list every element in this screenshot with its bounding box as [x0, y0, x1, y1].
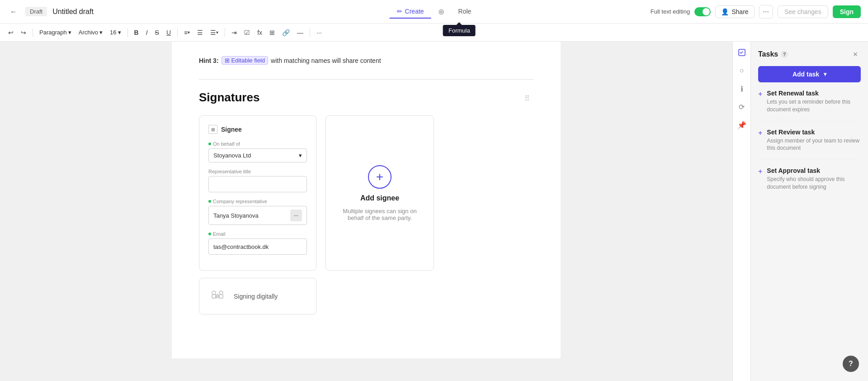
company-rep-dot	[208, 200, 211, 203]
signee-card-title: ⊞ Signee	[208, 125, 307, 134]
pencil-icon: ✏	[397, 8, 402, 15]
tab-create-label: Create	[405, 8, 424, 15]
tasks-info-icon[interactable]: ?	[781, 51, 788, 58]
task-review-content: Set Review task Assign member of your te…	[767, 129, 861, 152]
tab-role[interactable]: Role	[451, 5, 479, 19]
topbar-tabs: ✏ Create ◎ Role Formula	[390, 5, 479, 19]
align-button[interactable]: ≡ ▾	[181, 27, 193, 38]
task-review-add[interactable]: +	[758, 129, 762, 152]
toolbar-divider-4	[225, 28, 225, 37]
font-chevron: ▾	[99, 29, 103, 36]
company-rep-label-text: Company representative	[213, 199, 267, 204]
link-button[interactable]: 🔗	[279, 27, 292, 38]
underline-button[interactable]: U	[164, 27, 174, 38]
divider-button[interactable]: —	[294, 27, 306, 38]
italic-button[interactable]: I	[143, 27, 151, 38]
checkbox-button[interactable]: ☑	[241, 27, 253, 38]
font-label: Archivo	[79, 29, 98, 36]
field-badge-label: Editable field	[231, 57, 265, 64]
editable-field-badge[interactable]: ⊞ Editable field	[222, 56, 268, 65]
email-group: Email	[208, 231, 307, 255]
tab-create[interactable]: ✏ Create	[390, 5, 431, 19]
back-button[interactable]: ←	[7, 5, 20, 18]
add-signee-plus-icon: +	[376, 170, 383, 184]
section-divider	[199, 79, 533, 80]
task-item-renewal: + Set Renewal task Lets you set a remind…	[758, 90, 861, 121]
undo-button[interactable]: ↩	[5, 27, 16, 38]
svg-rect-2	[212, 295, 216, 298]
signee-icon: ⊞	[208, 125, 217, 134]
task-renewal-content: Set Renewal task Lets you set a reminder…	[767, 90, 861, 114]
task-review-title: Set Review task	[767, 129, 861, 136]
add-signee-button[interactable]: +	[368, 165, 392, 189]
signee-card: ⊞ Signee On behalf of Stoyanova Ltd ▾	[199, 115, 316, 271]
company-rep-label: Company representative	[208, 199, 307, 204]
on-behalf-label: On behalf of	[208, 141, 307, 147]
company-rep-menu-button[interactable]: ···	[290, 210, 302, 221]
add-task-button[interactable]: Add task ▾	[758, 66, 861, 82]
font-select[interactable]: Archivo ▾	[76, 28, 105, 37]
main-layout: Hint 3: ⊞ Editable field with matching n…	[0, 42, 868, 381]
size-label: 16	[110, 29, 116, 36]
numbered-list-icon: ☰	[210, 29, 216, 36]
signee-cards: ⊞ Signee On behalf of Stoyanova Ltd ▾	[199, 115, 533, 271]
task-review-desc: Assign member of your team to review thi…	[767, 137, 861, 152]
email-input[interactable]	[208, 238, 307, 255]
task-approval-title: Set Approval task	[767, 167, 861, 174]
full-text-label: Full text editing	[651, 8, 690, 15]
add-task-label: Add task	[793, 71, 819, 78]
on-behalf-select[interactable]: Stoyanova Ltd ▾	[208, 148, 307, 162]
drag-handle[interactable]: ⠿	[524, 94, 530, 103]
rep-title-group: Representative title	[208, 169, 307, 192]
see-changes-button[interactable]: See changes	[778, 5, 828, 18]
strikethrough-button[interactable]: S	[152, 27, 162, 38]
tasks-title: Tasks ?	[758, 50, 788, 58]
sign-button[interactable]: Sign	[833, 5, 861, 18]
history-side-icon[interactable]: ⟳	[735, 100, 749, 114]
size-select[interactable]: 16 ▾	[107, 28, 123, 37]
circle-side-icon[interactable]: ○	[735, 63, 749, 78]
signee-title: Signee	[221, 126, 242, 133]
tasks-close-button[interactable]: ×	[850, 49, 861, 60]
company-rep-group: Company representative Tanya Stoyanova ·…	[208, 199, 307, 225]
share-button[interactable]: 👤 Share	[715, 5, 754, 18]
rep-title-input[interactable]	[208, 176, 307, 192]
toolbar-divider-1	[33, 28, 33, 37]
bold-button[interactable]: B	[132, 27, 142, 38]
bullet-list-button[interactable]: ☰	[194, 27, 206, 38]
add-signee-title: Add signee	[360, 194, 399, 202]
pin-side-icon[interactable]: 📌	[735, 118, 749, 132]
paragraph-chevron: ▾	[68, 29, 71, 36]
email-label: Email	[208, 231, 307, 237]
help-icon: ?	[849, 360, 853, 368]
tasks-side-icon[interactable]	[735, 45, 749, 60]
help-button[interactable]: ?	[843, 356, 859, 372]
on-behalf-value: Stoyanova Ltd	[213, 152, 251, 159]
full-text-toggle[interactable]	[694, 7, 711, 16]
paragraph-select[interactable]: Paragraph ▾	[37, 28, 74, 37]
toolbar-divider-2	[127, 28, 128, 37]
eye-icon: ◎	[439, 8, 444, 15]
redo-button[interactable]: ↪	[18, 27, 29, 38]
task-approval-add[interactable]: +	[758, 167, 762, 191]
tab-formula-area[interactable]: ◎	[431, 5, 451, 19]
task-approval-content: Set Approval task Specify who should app…	[767, 167, 861, 191]
more-button[interactable]: ···	[759, 5, 773, 19]
signing-label: Signing digitally	[234, 293, 278, 300]
task-item-review: + Set Review task Assign member of your …	[758, 129, 861, 160]
signing-digital-icon	[208, 286, 226, 307]
document-area[interactable]: Hint 3: ⊞ Editable field with matching n…	[0, 42, 732, 381]
more-toolbar-button[interactable]: ···	[314, 27, 325, 38]
hint-text: with matching names will share content	[271, 57, 381, 64]
indent-button[interactable]: ⇥	[229, 27, 240, 38]
info-side-icon[interactable]: ℹ	[735, 81, 749, 96]
task-renewal-desc: Lets you set a reminder before this docu…	[767, 98, 861, 114]
formula-button[interactable]: fx	[255, 27, 265, 38]
numbered-list-button[interactable]: ☰ ▾	[208, 27, 221, 38]
svg-point-0	[212, 291, 216, 295]
task-renewal-add[interactable]: +	[758, 90, 762, 114]
on-behalf-group: On behalf of Stoyanova Ltd ▾	[208, 141, 307, 162]
table-button[interactable]: ⊞	[267, 27, 278, 38]
add-signee-description: Multiple signees can sign on behalf of t…	[335, 208, 425, 221]
task-renewal-title: Set Renewal task	[767, 90, 861, 97]
